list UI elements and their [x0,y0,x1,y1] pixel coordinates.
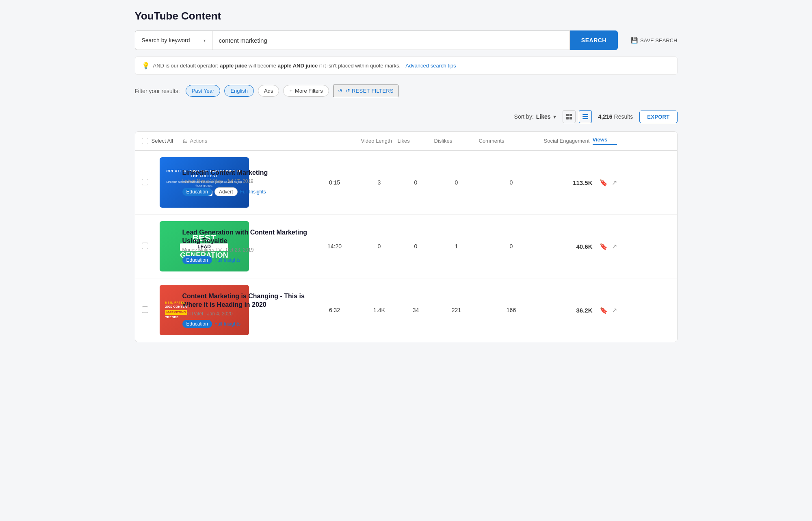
tag-advert: Advert [214,187,238,196]
search-input[interactable] [212,30,570,50]
filter-chip-ads[interactable]: Ads [258,85,279,97]
row-thumb-3: NEIL PATEL 2020 CONTENT MARKETING TRENDS [160,285,182,335]
th-views: Views [593,137,617,145]
stat-likes-2: 0 [361,243,398,250]
video-title-1: Linkedin Content Marketing [182,169,308,177]
svg-rect-2 [566,117,569,119]
actions-icon: 🗂 [182,138,188,144]
actions-cell[interactable]: 🗂 Actions [182,138,308,144]
sort-by-label: Sort by: [514,113,534,120]
stat-comments-2: 1 [434,243,479,250]
tips-text: AND is our default operator: apple juice… [153,63,401,69]
row-actions-3: 🔖 ↗ [593,306,617,314]
sort-by-value: Likes [536,113,551,120]
export-button[interactable]: EXPORT [639,111,677,123]
bulb-icon: 💡 [142,62,150,69]
reset-icon: ↺ [338,88,342,94]
svg-rect-4 [582,114,588,115]
th-dislikes: Dislikes [434,138,479,144]
tips-bar: 💡 AND is our default operator: apple jui… [135,56,678,75]
stat-likes-1: 3 [361,179,398,186]
bookmark-icon[interactable]: 🔖 [600,243,608,250]
results-toolbar: Sort by: Likes ▾ 4,216 Results EXPORT [135,107,678,126]
row-checkbox-1[interactable] [142,179,160,187]
stat-comments-1: 0 [434,179,479,186]
th-social-engagement: Social Engagement [544,138,593,144]
bookmark-icon[interactable]: 🔖 [600,306,608,314]
table-row: CREATE & JOIN LINKEDIN GROUPS TO THE FUL… [135,151,677,215]
th-likes: Likes [398,138,434,144]
row-actions-1: 🔖 ↗ [593,179,617,187]
row-tags-1: Education Advert Full Insights [182,187,308,196]
save-icon: 💾 [631,37,638,43]
save-search-label: SAVE SEARCH [640,37,678,43]
select-all-cell: Select All [142,138,182,144]
full-insights-link-1[interactable]: Full Insights [240,189,266,195]
results-table: Select All 🗂 Actions Video Title Video L… [135,131,678,342]
stat-social-3: 166 [479,307,544,313]
stat-views-1: 113.5K [544,179,593,186]
advanced-search-tips-link[interactable]: Advanced search tips [405,63,456,69]
svg-rect-5 [582,116,588,117]
search-button[interactable]: SEARCH [570,30,618,50]
tag-education: Education [182,188,212,196]
share-icon[interactable]: ↗ [612,179,617,187]
row-thumb-2: BEST LEAD GENERATION [160,221,182,271]
row-checkbox-3[interactable] [142,306,160,314]
grid-view-icon[interactable] [563,110,576,123]
share-icon[interactable]: ↗ [612,243,617,250]
th-video-length: Video Length [361,138,398,144]
table-row: NEIL PATEL 2020 CONTENT MARKETING TRENDS… [135,278,677,342]
select-all-checkbox[interactable] [142,138,148,144]
filter-chip-english[interactable]: English [224,85,254,97]
select-all-label: Select All [152,138,173,144]
row-info-2: Lead Generation with Content Marketing U… [182,228,308,264]
stat-dislikes-3: 34 [398,307,434,313]
list-view-icon[interactable] [579,110,592,123]
search-bar: Search by keyword ▾ SEARCH 💾 SAVE SEARCH [135,30,678,50]
stat-comments-3: 221 [434,307,479,313]
search-dropdown-label: Search by keyword [142,37,190,43]
stat-social-1: 0 [479,179,544,186]
full-insights-link-2[interactable]: Full Insights [214,257,240,263]
stat-social-2: 0 [479,243,544,250]
video-meta-2: Money Makers TV · Oct 23, 2019 [182,247,308,253]
stat-likes-3: 1.4K [361,307,398,313]
view-icons [563,110,592,123]
row-thumb-1: CREATE & JOIN LINKEDIN GROUPS TO THE FUL… [160,157,182,208]
svg-rect-6 [582,118,588,119]
filter-chip-past-year[interactable]: Past Year [186,85,221,97]
stat-duration-2: 14:20 [308,243,361,250]
bookmark-icon[interactable]: 🔖 [600,179,608,187]
tag-education: Education [182,256,212,264]
stat-dislikes-1: 0 [398,179,434,186]
svg-rect-3 [569,117,572,119]
table-header: Select All 🗂 Actions Video Title Video L… [135,132,677,151]
filter-bar: Filter your results: Past Year English A… [135,85,678,97]
more-filters-button[interactable]: + More Filters [283,85,329,97]
page-title: YouTube Content [135,10,678,22]
sort-by[interactable]: Sort by: Likes ▾ [514,113,556,120]
stat-dislikes-2: 0 [398,243,434,250]
save-search-button[interactable]: 💾 SAVE SEARCH [618,37,678,43]
reset-filters-button[interactable]: ↺ ↺ RESET FILTERS [333,85,398,97]
stat-views-3: 36.2K [544,307,593,314]
share-icon[interactable]: ↗ [612,306,617,314]
plus-icon: + [289,88,292,94]
results-count: 4,216 Results [598,113,633,120]
row-checkbox-2[interactable] [142,243,160,250]
filter-label: Filter your results: [135,88,180,94]
video-title-2: Lead Generation with Content Marketing U… [182,228,308,245]
row-actions-2: 🔖 ↗ [593,243,617,250]
svg-rect-0 [566,114,569,116]
th-comments: Comments [479,138,544,144]
chevron-down-icon: ▾ [204,38,206,43]
sort-chevron-icon: ▾ [553,113,556,120]
stat-views-2: 40.6K [544,243,593,250]
row-tags-2: Education Full Insights [182,256,308,264]
stat-duration-1: 0:15 [308,179,361,186]
table-row: BEST LEAD GENERATION Lead Generation wit… [135,215,677,278]
stat-duration-3: 6:32 [308,307,361,313]
search-dropdown[interactable]: Search by keyword ▾ [135,30,212,50]
svg-rect-1 [569,114,572,116]
